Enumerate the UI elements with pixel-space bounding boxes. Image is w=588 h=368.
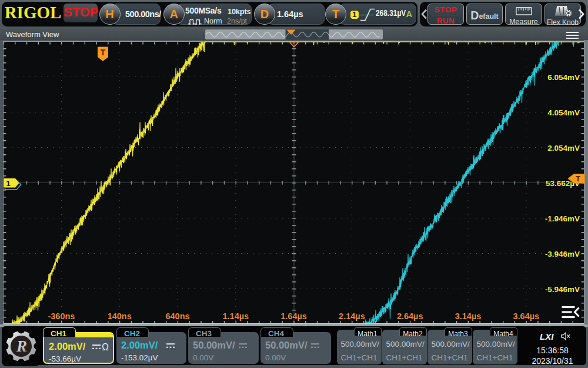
- svg-text:-3.946mV: -3.946mV: [545, 250, 580, 258]
- svg-text:1.64µs: 1.64µs: [280, 311, 307, 321]
- svg-text:2.64µs: 2.64µs: [397, 311, 423, 321]
- svg-text:-1.946mV: -1.946mV: [545, 214, 580, 223]
- svg-text:140ns: 140ns: [108, 311, 132, 321]
- svg-text:2.054mV: 2.054mV: [547, 144, 580, 152]
- svg-text:1.14µs: 1.14µs: [222, 311, 249, 321]
- svg-text:-5.946mV: -5.946mV: [545, 285, 580, 294]
- svg-text:3.14µs: 3.14µs: [455, 311, 482, 321]
- svg-text:1: 1: [6, 179, 11, 188]
- svg-text:-360ns: -360ns: [48, 311, 75, 321]
- svg-text:R: R: [16, 337, 27, 355]
- svg-text:3.64µs: 3.64µs: [513, 311, 539, 321]
- svg-text:2.14µs: 2.14µs: [339, 311, 365, 321]
- svg-text:T: T: [576, 175, 580, 183]
- svg-text:4.054mV: 4.054mV: [547, 108, 580, 117]
- svg-text:640ns: 640ns: [165, 311, 189, 321]
- svg-text:T: T: [101, 48, 106, 57]
- svg-text:6.054mV: 6.054mV: [547, 73, 580, 82]
